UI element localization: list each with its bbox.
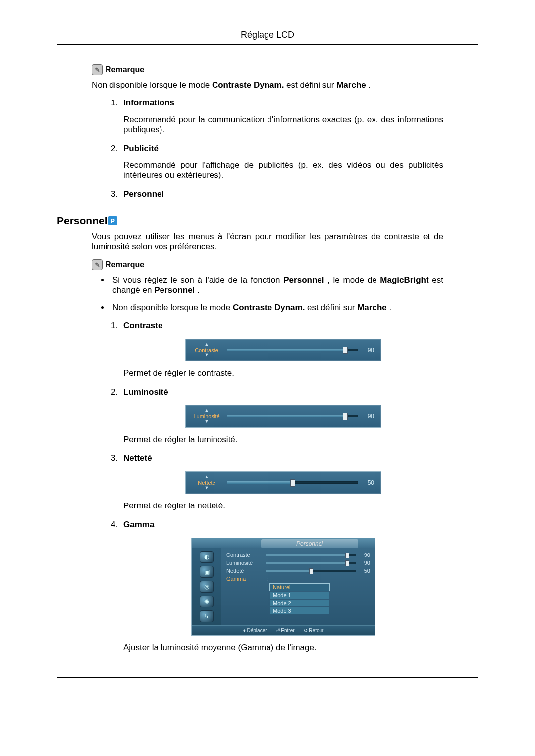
text: Non disponible lorsque le mode — [112, 303, 233, 312]
arrow-up-icon: ▲ — [191, 475, 222, 480]
arrow-up-icon: ▲ — [191, 408, 222, 413]
text-bold: Contraste Dynam. — [233, 303, 305, 312]
bullet-item: Si vous réglez le son à l'aide de la fon… — [109, 275, 443, 295]
footer-enter-label: Entrer — [281, 628, 294, 633]
text-bold: Marche — [357, 303, 387, 312]
bullet-item: Non disponible lorsque le mode Contraste… — [109, 303, 443, 313]
row-track[interactable] — [266, 570, 356, 572]
osd-value: 90 — [363, 347, 374, 353]
text: Non disponible lorsque le mode — [92, 80, 212, 90]
osd-footer: ♦ Déplacer ⏎ Entrer ↺ Retour — [192, 625, 375, 635]
osd-slider-fill — [227, 415, 345, 417]
osd-value: 50 — [363, 479, 374, 486]
list-item: Luminosité ▲ Luminosité ▼ 90 Permet de r… — [120, 387, 443, 445]
list-item: Publicité Recommandé pour l'affichage de… — [120, 144, 443, 180]
gear-icon[interactable]: ✺ — [200, 596, 214, 607]
text: , le mode de — [327, 275, 380, 285]
gamma-option-naturel[interactable]: Naturel — [270, 584, 329, 591]
arrow-down-icon: ▼ — [191, 353, 222, 358]
list-item: Contraste ▲ Contraste ▼ 90 Permet de rég… — [120, 321, 443, 378]
footer-return: ↺ Retour — [304, 628, 324, 633]
text-bold: Contraste Dynam. — [212, 80, 284, 90]
osd-slider-thumb[interactable] — [290, 479, 295, 487]
page-title: Réglage LCD — [57, 30, 478, 45]
note-icon: ✎ — [92, 259, 103, 270]
text-bold: Marche — [336, 80, 366, 90]
settings-list: Contraste ▲ Contraste ▼ 90 Permet de rég… — [92, 321, 443, 653]
list-item-title: Personnel — [123, 189, 164, 199]
osd-slider-fill — [227, 481, 293, 484]
row-label: Luminosité — [226, 560, 262, 566]
spacer — [192, 538, 221, 548]
osd-sidebar: ◐ ▣ ◎ ✺ ↳ — [192, 548, 221, 625]
row-value: 50 — [360, 568, 370, 574]
picture-icon[interactable]: ◐ — [200, 551, 214, 563]
gamma-sep: : — [266, 576, 268, 582]
gamma-option-mode2[interactable]: Mode 2 — [270, 600, 329, 606]
list-item-title: Publicité — [123, 144, 159, 153]
list-item-body: Permet de régler la luminosité. — [123, 435, 443, 445]
text: . — [389, 303, 391, 312]
list-item-body: Ajuster la luminosité moyenne (Gamma) de… — [123, 643, 443, 653]
target-icon[interactable]: ◎ — [200, 581, 214, 593]
gamma-option-mode1[interactable]: Mode 1 — [270, 592, 329, 599]
page: Réglage LCD ✎ Remarque Non disponible lo… — [0, 0, 535, 707]
image-icon[interactable]: ▣ — [200, 566, 214, 578]
text-bold: Personnel — [283, 275, 324, 285]
osd-label-text: Netteté — [198, 480, 215, 486]
list-item-body: Recommandé pour la communication d'infor… — [123, 115, 443, 135]
osd-slider-track[interactable] — [227, 481, 358, 484]
text-bold: MagicBright — [380, 275, 428, 285]
osd-slider-track[interactable] — [227, 415, 358, 417]
note-bullets: Si vous réglez le son à l'aide de la fon… — [92, 275, 443, 313]
note-text: Non disponible lorsque le mode Contraste… — [92, 80, 443, 90]
list-item-body: Recommandé pour l'affichage de publicité… — [123, 160, 443, 180]
osd-row-contraste[interactable]: Contraste 90 — [226, 552, 370, 558]
row-label: Gamma — [226, 576, 262, 582]
row-value: 90 — [360, 552, 370, 558]
osd-luminosite: ▲ Luminosité ▼ 90 — [185, 405, 381, 428]
list-item-title: Gamma — [123, 520, 154, 530]
osd-slider-thumb[interactable] — [343, 413, 348, 420]
note-icon: ✎ — [92, 64, 103, 75]
osd-slider-thumb[interactable] — [343, 347, 348, 354]
osd-value: 90 — [363, 413, 374, 420]
list-item: Netteté ▲ Netteté ▼ 50 Permet de régler … — [120, 454, 443, 511]
text: . — [197, 285, 200, 295]
bottom-rule — [57, 677, 478, 678]
row-label: Netteté — [226, 568, 262, 574]
osd-label: ▲ Luminosité ▼ — [191, 408, 222, 424]
arrow-down-icon: ▼ — [191, 486, 222, 491]
note-title: Remarque — [106, 65, 144, 74]
text-bold: Personnel — [154, 285, 195, 295]
gamma-options: Naturel Mode 1 Mode 2 Mode 3 — [270, 584, 329, 614]
osd-row-luminosite[interactable]: Luminosité 90 — [226, 560, 370, 566]
footer-move: ♦ Déplacer — [243, 628, 267, 633]
osd-label: ▲ Netteté ▼ — [191, 475, 222, 491]
arrow-icon[interactable]: ↳ — [200, 610, 214, 622]
section-heading-label: Personnel — [57, 215, 107, 227]
text: . — [368, 80, 371, 90]
row-track[interactable] — [266, 554, 356, 556]
osd-row-gamma[interactable]: Gamma : — [226, 576, 370, 582]
gamma-option-mode3[interactable]: Mode 3 — [270, 607, 329, 614]
list-item: Personnel — [120, 189, 443, 204]
p-badge-icon: P — [108, 216, 117, 225]
list-item: Informations Recommandé pour la communic… — [120, 98, 443, 135]
osd-label-text: Luminosité — [193, 413, 219, 419]
list-item-title: Netteté — [123, 454, 152, 463]
row-track[interactable] — [266, 562, 356, 564]
text: est défini sur — [307, 303, 357, 312]
list-item-body: Permet de régler le contraste. — [123, 368, 443, 378]
osd-row-nettete[interactable]: Netteté 50 — [226, 568, 370, 574]
list-item-title: Contraste — [123, 321, 162, 331]
osd-slider-fill — [227, 349, 345, 351]
osd-slider-track[interactable] — [227, 349, 358, 351]
note-heading: ✎ Remarque — [92, 64, 443, 75]
list-item-title: Informations — [123, 98, 174, 108]
arrow-up-icon: ▲ — [191, 342, 222, 347]
list-item-title: Luminosité — [123, 387, 168, 397]
text: Si vous réglez le son à l'aide de la fon… — [112, 275, 283, 285]
mode-list: Informations Recommandé pour la communic… — [92, 98, 443, 204]
footer-move-label: Déplacer — [247, 628, 267, 633]
